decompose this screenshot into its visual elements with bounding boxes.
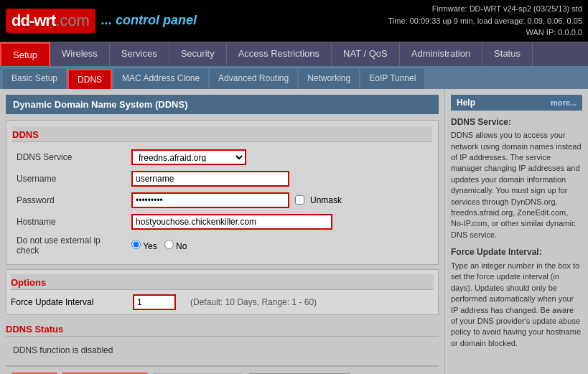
nav-services[interactable]: Services (110, 42, 169, 66)
password-cell: Unmask (127, 190, 432, 211)
username-input[interactable] (131, 171, 289, 187)
force-update-input[interactable] (133, 294, 176, 310)
hostname-label: Hostname (12, 211, 127, 233)
force-update-heading: Force Update Interval: (451, 246, 582, 258)
logo-com: .com (55, 11, 90, 29)
status-section-title: DDNS Status (6, 321, 439, 337)
subnav-mac-clone[interactable]: MAC Address Clone (113, 69, 208, 89)
nav-access-restrictions[interactable]: Access Restrictions (227, 42, 332, 66)
ddns-section: DDNS DDNS Service freedns.afraid.org Dyn… (6, 120, 439, 265)
nav-wireless[interactable]: Wireless (50, 42, 110, 66)
username-row: Username (12, 168, 432, 190)
password-input[interactable] (131, 192, 289, 208)
external-ip-row: Do not use external ip check Yes No (12, 233, 432, 258)
sidebar-help-title-text: Help (457, 98, 475, 108)
status-content: DDNS function is disabled (6, 341, 439, 360)
sidebar-more-link[interactable]: more... (551, 98, 577, 107)
hostname-input[interactable] (131, 214, 332, 230)
ddns-service-help-text: DDNS allows you to access your network u… (451, 130, 582, 240)
subnav-ddns[interactable]: DDNS (67, 69, 112, 89)
sidebar-help-header: Help more... (451, 95, 582, 111)
ddns-section-title: DDNS (12, 126, 432, 142)
nav-setup[interactable]: Setup (0, 42, 50, 66)
footer-buttons: Save Apply Settings Cancel Changes Auto-… (6, 365, 439, 375)
username-cell (127, 168, 432, 190)
subnav-basic-setup[interactable]: Basic Setup (3, 69, 66, 89)
force-update-label: Force Update Interval (11, 297, 126, 307)
force-update-help-text: Type an integer number in the box to set… (451, 261, 582, 349)
password-label: Password (12, 190, 127, 211)
nav-status[interactable]: Status (482, 42, 533, 66)
unmask-label: Unmask (310, 195, 342, 205)
sub-nav: Basic Setup DDNS MAC Address Clone Advan… (0, 66, 588, 89)
logo-area: dd-wrt.com ... control panel (6, 9, 197, 33)
radio-no[interactable] (164, 240, 174, 249)
time-text: Time: 00:09:33 up 9 min, load average: 0… (388, 15, 583, 27)
ddns-service-cell: freedns.afraid.org DynDNS No-IP.com Zone… (127, 146, 432, 168)
password-row: Password Unmask (12, 190, 432, 211)
main-nav: Setup Wireless Services Security Access … (0, 42, 588, 66)
external-ip-cell: Yes No (127, 233, 432, 258)
subnav-eoip-tunnel[interactable]: EoIP Tunnel (360, 69, 424, 89)
sidebar: Help more... DDNS Service: DDNS allows y… (444, 89, 588, 375)
nav-security[interactable]: Security (169, 42, 227, 66)
main-content: Dynamic Domain Name System (DDNS) DDNS D… (0, 89, 444, 375)
options-title: Options (11, 274, 434, 290)
page-title: Dynamic Domain Name System (DDNS) (6, 95, 439, 114)
ddns-form-table: DDNS Service freedns.afraid.org DynDNS N… (12, 146, 432, 258)
options-row: Force Update Interval (Default: 10 Days,… (11, 294, 434, 310)
username-label: Username (12, 168, 127, 190)
force-update-hint: (Default: 10 Days, Range: 1 - 60) (190, 297, 317, 307)
logo-box: dd-wrt.com (6, 9, 95, 33)
ddns-service-heading: DDNS Service: (451, 116, 582, 128)
ddns-service-label: DDNS Service (12, 146, 127, 168)
subnav-advanced-routing[interactable]: Advanced Routing (210, 69, 297, 89)
external-ip-label: Do not use external ip check (12, 233, 127, 258)
radio-group: Yes No (131, 240, 428, 251)
status-section: DDNS Status DDNS function is disabled (6, 321, 439, 360)
control-panel-text: ... control panel (101, 13, 197, 28)
radio-yes[interactable] (131, 240, 141, 249)
nav-nat-qos[interactable]: NAT / QoS (332, 42, 400, 66)
ddns-service-row: DDNS Service freedns.afraid.org DynDNS N… (12, 146, 432, 168)
logo-text: dd-wrt (11, 11, 55, 29)
hostname-row: Hostname (12, 211, 432, 233)
sidebar-help-content: DDNS Service: DDNS allows you to access … (451, 116, 582, 350)
ddns-service-select[interactable]: freedns.afraid.org DynDNS No-IP.com Zone… (131, 149, 246, 165)
hostname-cell (127, 211, 432, 233)
radio-yes-label: Yes (131, 240, 157, 251)
options-section: Options Force Update Interval (Default: … (6, 269, 439, 315)
status-text: DDNS function is disabled (13, 345, 113, 355)
radio-no-label: No (164, 240, 187, 251)
unmask-checkbox[interactable] (295, 195, 304, 205)
header: dd-wrt.com ... control panel Firmware: D… (0, 0, 588, 42)
header-info: Firmware: DD-WRT v24-sp2 (03/25/13) std … (388, 3, 583, 39)
content-wrapper: Dynamic Domain Name System (DDNS) DDNS D… (0, 89, 588, 375)
subnav-networking[interactable]: Networking (299, 69, 359, 89)
firmware-text: Firmware: DD-WRT v24-sp2 (03/25/13) std (388, 3, 583, 15)
wan-ip-text: WAN IP: 0.0.0.0 (388, 27, 583, 39)
nav-administration[interactable]: Administration (400, 42, 482, 66)
